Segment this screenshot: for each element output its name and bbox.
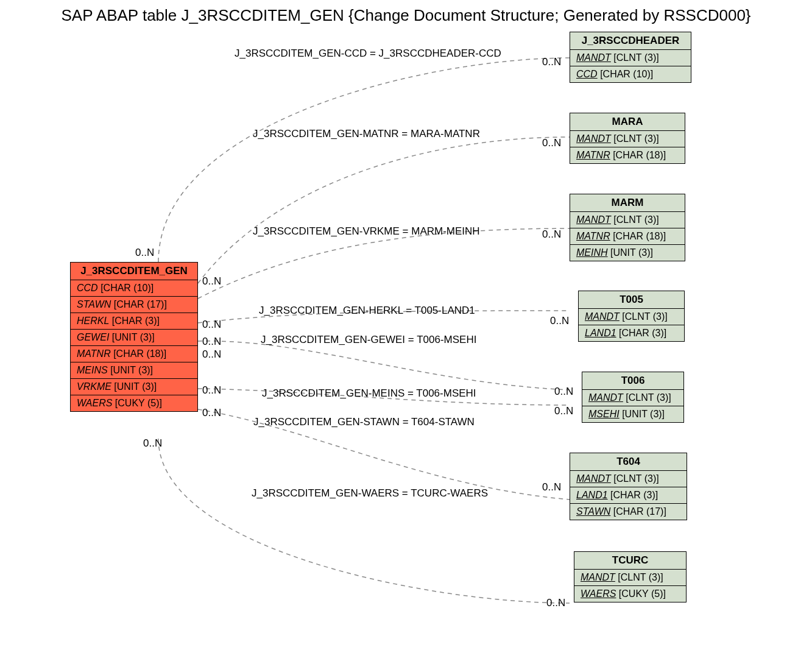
cardinality: 0..N	[542, 137, 561, 149]
field-row: CCD [CHAR (10)]	[71, 280, 197, 297]
field-row: MATNR [CHAR (18)]	[570, 147, 685, 163]
entity-header: TCURC	[574, 552, 686, 570]
field-row: STAWN [CHAR (17)]	[570, 504, 687, 520]
field-row: MANDT [CLNT (3)]	[570, 471, 687, 487]
relation-label: J_3RSCCDITEM_GEN-GEWEI = T006-MSEHI	[261, 334, 476, 346]
field-row: MANDT [CLNT (3)]	[570, 212, 685, 228]
field-row: VRKME [UNIT (3)]	[71, 379, 197, 395]
field-row: MANDT [CLNT (3)]	[570, 131, 685, 147]
cardinality: 0..N	[143, 437, 162, 450]
relation-label: J_3RSCCDITEM_GEN-WAERS = TCURC-WAERS	[252, 487, 488, 500]
entity-t005: T005 MANDT [CLNT (3)] LAND1 [CHAR (3)]	[578, 291, 685, 342]
cardinality: 0..N	[554, 405, 573, 417]
entity-main-header: J_3RSCCDITEM_GEN	[71, 263, 197, 280]
entity-t604: T604 MANDT [CLNT (3)] LAND1 [CHAR (3)] S…	[570, 453, 687, 520]
field-row: MEINH [UNIT (3)]	[570, 245, 685, 261]
entity-marm: MARM MANDT [CLNT (3)] MATNR [CHAR (18)] …	[570, 194, 685, 261]
cardinality: 0..N	[542, 56, 561, 68]
cardinality: 0..N	[546, 597, 565, 609]
entity-j3rsccdheader: J_3RSCCDHEADER MANDT [CLNT (3)] CCD [CHA…	[570, 32, 691, 83]
entity-header: T005	[579, 291, 684, 309]
entity-header: T604	[570, 453, 687, 471]
relation-label: J_3RSCCDITEM_GEN-MATNR = MARA-MATNR	[253, 128, 480, 140]
relation-label: J_3RSCCDITEM_GEN-MEINS = T006-MSEHI	[262, 387, 476, 400]
field-row: WAERS [CUKY (5)]	[574, 586, 686, 602]
entity-header: MARA	[570, 113, 685, 131]
field-row: CCD [CHAR (10)]	[570, 66, 691, 82]
cardinality: 0..N	[542, 481, 561, 493]
entity-t006: T006 MANDT [CLNT (3)] MSEHI [UNIT (3)]	[582, 372, 684, 423]
relation-label: J_3RSCCDITEM_GEN-VRKME = MARM-MEINH	[253, 225, 480, 238]
field-row: MATNR [CHAR (18)]	[71, 346, 197, 362]
field-row: HERKL [CHAR (3)]	[71, 313, 197, 330]
cardinality: 0..N	[202, 319, 221, 331]
field-row: LAND1 [CHAR (3)]	[570, 487, 687, 504]
relation-label: J_3RSCCDITEM_GEN-STAWN = T604-STAWN	[253, 416, 475, 428]
relation-label: J_3RSCCDITEM_GEN-HERKL = T005-LAND1	[259, 305, 475, 317]
entity-header: MARM	[570, 194, 685, 212]
page-title: SAP ABAP table J_3RSCCDITEM_GEN {Change …	[0, 6, 812, 25]
cardinality: 0..N	[202, 348, 221, 361]
field-row: STAWN [CHAR (17)]	[71, 297, 197, 313]
cardinality: 0..N	[202, 407, 221, 419]
field-row: MANDT [CLNT (3)]	[570, 50, 691, 66]
field-row: MANDT [CLNT (3)]	[582, 390, 683, 406]
field-row: MANDT [CLNT (3)]	[579, 309, 684, 325]
entity-header: J_3RSCCDHEADER	[570, 32, 691, 50]
cardinality: 0..N	[202, 336, 221, 348]
entity-tcurc: TCURC MANDT [CLNT (3)] WAERS [CUKY (5)]	[574, 551, 687, 602]
relation-label: J_3RSCCDITEM_GEN-CCD = J_3RSCCDHEADER-CC…	[235, 48, 501, 60]
cardinality: 0..N	[550, 315, 569, 327]
cardinality: 0..N	[135, 247, 154, 259]
field-row: MANDT [CLNT (3)]	[574, 570, 686, 586]
cardinality: 0..N	[202, 384, 221, 397]
entity-header: T006	[582, 372, 683, 390]
cardinality: 0..N	[202, 275, 221, 288]
field-row: MEINS [UNIT (3)]	[71, 362, 197, 379]
field-row: LAND1 [CHAR (3)]	[579, 325, 684, 341]
field-row: MSEHI [UNIT (3)]	[582, 406, 683, 422]
field-row: MATNR [CHAR (18)]	[570, 228, 685, 245]
field-row: WAERS [CUKY (5)]	[71, 395, 197, 411]
cardinality: 0..N	[554, 386, 573, 398]
field-row: GEWEI [UNIT (3)]	[71, 330, 197, 346]
entity-mara: MARA MANDT [CLNT (3)] MATNR [CHAR (18)]	[570, 113, 685, 164]
entity-main: J_3RSCCDITEM_GEN CCD [CHAR (10)] STAWN […	[70, 262, 198, 412]
cardinality: 0..N	[542, 228, 561, 241]
